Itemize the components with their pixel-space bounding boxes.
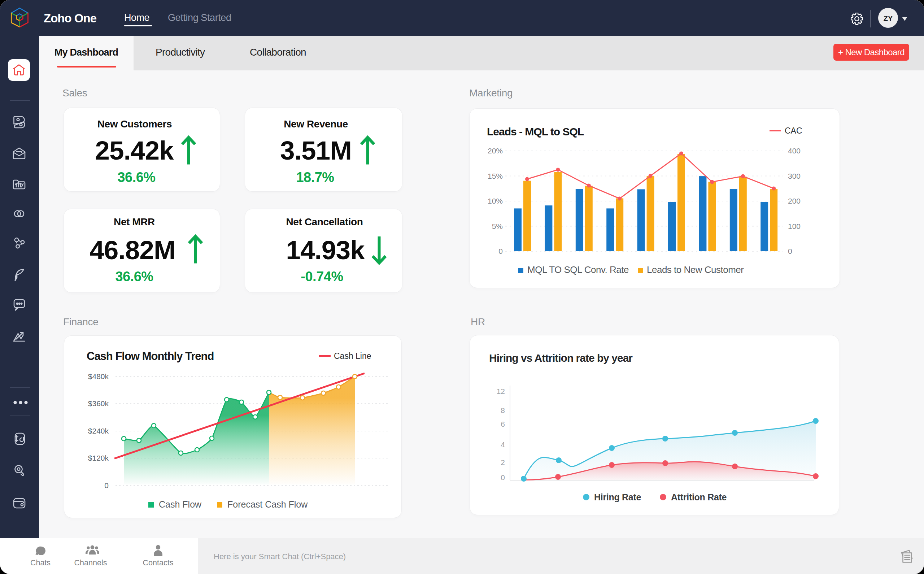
svg-text:0: 0 [499,247,503,255]
svg-text:$360k: $360k [88,399,109,408]
svg-text:0: 0 [104,481,109,489]
svg-text:12: 12 [497,387,505,395]
svg-text:5%: 5% [492,222,503,230]
svg-text:Hiring vs Attrition rate by ye: Hiring vs Attrition rate by year [489,352,633,364]
svg-text:2: 2 [501,458,505,467]
svg-text:$240k: $240k [88,427,109,435]
svg-text:$480k: $480k [88,372,109,380]
svg-text:Cash Flow: Cash Flow [159,499,202,509]
svg-text:4: 4 [501,440,505,449]
svg-text:$120k: $120k [88,454,109,462]
svg-text:0: 0 [501,473,505,482]
svg-text:8: 8 [501,406,505,415]
svg-text:20%: 20% [488,147,503,155]
svg-text:0: 0 [788,247,792,255]
svg-text:100: 100 [788,222,801,230]
svg-text:MQL TO SQL Conv. Rate: MQL TO SQL Conv. Rate [527,264,629,275]
svg-text:Attrition Rate: Attrition Rate [671,492,727,502]
svg-text:Hiring Rate: Hiring Rate [594,492,641,502]
svg-text:400: 400 [788,147,801,155]
svg-text:Cash Flow Monthly Trend: Cash Flow Monthly Trend [87,350,214,363]
svg-text:Forecast Cash Flow: Forecast Cash Flow [227,499,308,509]
svg-text:10%: 10% [488,197,503,205]
svg-text:Leads to New Customer: Leads to New Customer [647,264,744,275]
svg-text:Cash Line: Cash Line [334,351,371,361]
svg-text:15%: 15% [488,172,503,180]
svg-text:300: 300 [788,172,801,180]
svg-text:200: 200 [788,197,801,205]
svg-text:6: 6 [501,420,505,428]
svg-text:CAC: CAC [785,126,802,136]
svg-text:Leads - MQL to SQL: Leads - MQL to SQL [487,126,584,137]
